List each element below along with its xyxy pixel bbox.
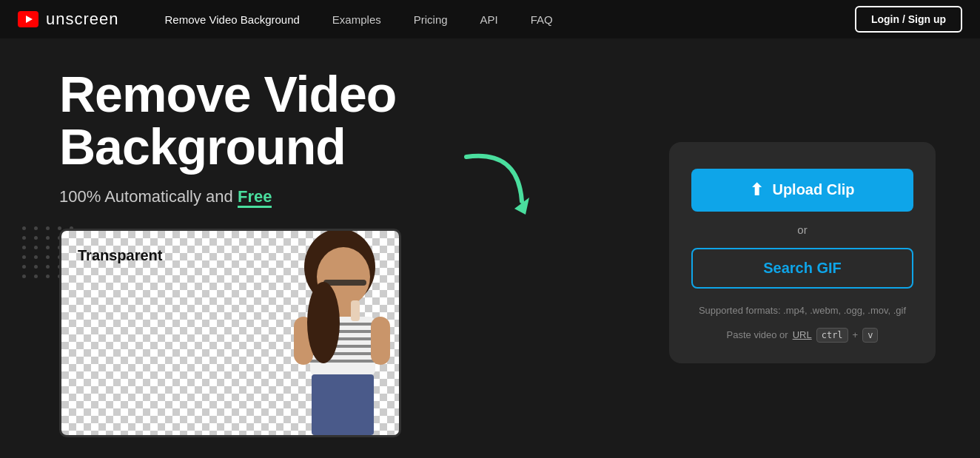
or-divider: or <box>797 223 807 236</box>
left-section: Remove Video Background 100% Automatical… <box>59 68 401 437</box>
dot <box>34 275 38 278</box>
transparent-label: Transparent <box>78 247 162 264</box>
nav-pricing[interactable]: Pricing <box>397 0 464 38</box>
person-figure <box>236 229 399 435</box>
search-gif-button[interactable]: Search GIF <box>691 248 913 289</box>
dot <box>46 255 50 259</box>
svg-rect-15 <box>371 317 390 365</box>
dot <box>46 226 50 230</box>
dot <box>46 236 50 240</box>
arrow-container <box>452 142 540 231</box>
dot <box>22 246 26 249</box>
dot <box>46 265 50 269</box>
navbar-right: Login / Sign up <box>855 6 962 33</box>
dot <box>22 236 26 240</box>
login-button[interactable]: Login / Sign up <box>855 6 962 33</box>
dot <box>34 236 38 240</box>
nav-examples[interactable]: Examples <box>316 0 397 38</box>
arrow-icon <box>452 142 540 231</box>
dot <box>22 275 26 278</box>
svg-point-16 <box>307 282 340 363</box>
nav-links: Remove Video Background Examples Pricing… <box>149 0 855 38</box>
dot <box>46 246 50 249</box>
brand-logo[interactable]: unscreen <box>18 10 119 29</box>
paste-url-link[interactable]: URL <box>793 329 812 340</box>
nav-api[interactable]: API <box>464 0 514 38</box>
hero-title: Remove Video Background <box>59 68 401 174</box>
preview-inner: Transparent <box>61 231 399 435</box>
right-section: ⬆ Upload Clip or Search GIF Supported fo… <box>669 142 936 363</box>
navbar: unscreen Remove Video Background Example… <box>0 0 980 38</box>
dot <box>22 255 26 259</box>
nav-remove-video[interactable]: Remove Video Background <box>149 0 316 38</box>
dot <box>34 265 38 269</box>
main-content: // Render dots via JS after template loa… <box>0 38 980 458</box>
dot <box>22 265 26 269</box>
dot <box>46 275 50 278</box>
svg-rect-3 <box>323 280 366 286</box>
logo-icon <box>18 11 38 27</box>
nav-faq[interactable]: FAQ <box>514 0 569 38</box>
preview-card: Transparent <box>59 229 401 437</box>
paste-row: Paste video or URL ctrl + v <box>727 328 879 343</box>
shortcut-v: v <box>862 328 878 343</box>
upload-card: ⬆ Upload Clip or Search GIF Supported fo… <box>669 142 936 363</box>
dot <box>34 255 38 259</box>
hero-subtitle: 100% Automatically and Free <box>59 187 401 206</box>
svg-rect-13 <box>312 374 374 435</box>
shortcut-ctrl: ctrl <box>816 328 848 343</box>
upload-clip-button[interactable]: ⬆ Upload Clip <box>691 169 913 212</box>
dot <box>34 226 38 230</box>
upload-icon: ⬆ <box>750 181 763 200</box>
hero-free-highlight: Free <box>238 187 272 208</box>
brand-name: unscreen <box>46 10 119 29</box>
supported-formats: Supported formats: .mp4, .webm, .ogg, .m… <box>699 305 906 316</box>
dot <box>34 246 38 249</box>
dot <box>22 226 26 230</box>
svg-rect-12 <box>351 300 360 321</box>
